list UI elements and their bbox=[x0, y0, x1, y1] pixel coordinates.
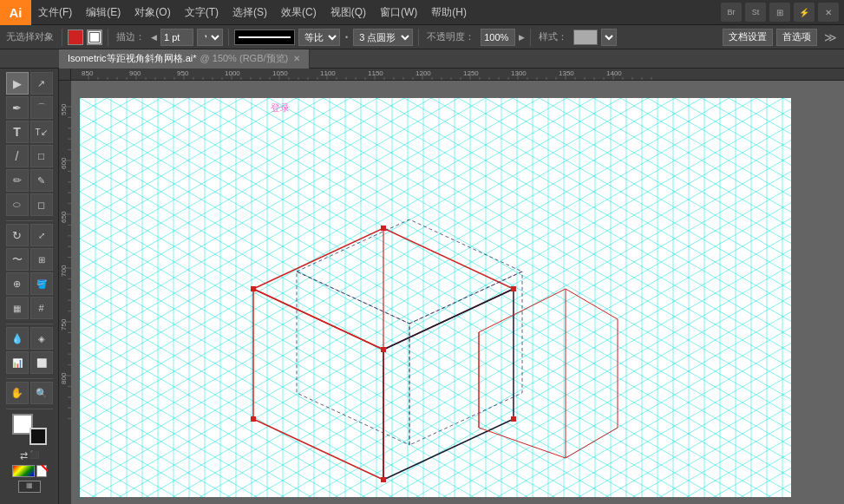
tool-column-graph[interactable]: 📊 bbox=[6, 351, 29, 374]
opacity-label: 不透明度： bbox=[424, 30, 477, 43]
stroke-swatch-box[interactable] bbox=[29, 428, 47, 445]
fill-color-swatch[interactable] bbox=[68, 29, 83, 45]
style-select[interactable]: ▼ bbox=[601, 29, 617, 46]
ruler-corner bbox=[59, 69, 71, 81]
workspace-btn[interactable]: ≫ bbox=[821, 30, 841, 44]
doc-tab-zoom: @ 150% (RGB/预览) bbox=[200, 52, 289, 65]
tool-shape-builder[interactable]: ⊕ bbox=[6, 272, 29, 295]
tool-gradient[interactable]: ▦ bbox=[6, 297, 29, 319]
tool-rotate[interactable]: ↻ bbox=[6, 224, 29, 246]
tool-pen[interactable]: ✒ bbox=[6, 96, 29, 119]
points-select[interactable]: 3 点圆形 bbox=[353, 29, 413, 46]
stroke-label: 描边： bbox=[114, 30, 147, 43]
style-label: 样式： bbox=[536, 30, 570, 43]
color-btn[interactable] bbox=[12, 465, 35, 477]
tool-blend[interactable]: ◈ bbox=[30, 327, 53, 350]
ruler-horizontal bbox=[71, 69, 844, 81]
stroke-pattern bbox=[234, 29, 295, 45]
toolbar: 无选择对象 描边： ◀ ▼ 等比 • 3 点圆形 不透明度： ▶ 样式： ▼ 文… bbox=[0, 25, 844, 49]
tool-blob[interactable]: ⬭ bbox=[6, 193, 29, 216]
stroke-select[interactable]: ▼ bbox=[197, 29, 223, 46]
tool-free-transform[interactable]: ⊞ bbox=[30, 248, 53, 271]
tool-line[interactable]: / bbox=[6, 145, 29, 167]
menu-view[interactable]: 视图(Q) bbox=[324, 0, 373, 24]
tool-eyedropper[interactable]: 💧 bbox=[6, 327, 29, 350]
ai-logo: Ai bbox=[0, 0, 31, 25]
grid-btn[interactable]: ⊞ bbox=[769, 3, 790, 22]
tool-scale[interactable]: ⤢ bbox=[30, 224, 53, 246]
stroke-color-box[interactable] bbox=[87, 29, 102, 45]
sync-btn[interactable]: ⚡ bbox=[794, 3, 815, 22]
tool-zoom[interactable]: 🔍 bbox=[30, 382, 53, 404]
ruler-vertical bbox=[59, 81, 71, 504]
menu-type[interactable]: 文字(T) bbox=[178, 0, 226, 24]
stroke-arrow: ◀ bbox=[151, 33, 157, 42]
opacity-input[interactable] bbox=[481, 29, 515, 46]
tool-pencil[interactable]: ✎ bbox=[30, 169, 53, 192]
tool-artboard[interactable]: ⬜ bbox=[30, 351, 53, 374]
menu-right: Br St ⊞ ⚡ ✕ bbox=[721, 3, 844, 22]
no-selection-label: 无选择对象 bbox=[3, 30, 56, 43]
menu-bar: Ai 文件(F) 编辑(E) 对象(O) 文字(T) 选择(S) 效果(C) 视… bbox=[0, 0, 844, 25]
main-area: ▶ ↗ ✒ ⌒ T T↙ / □ ✏ ✎ ⬭ ◻ ↻ ⤢ 〜 ⊞ bbox=[0, 69, 844, 504]
menu-object[interactable]: 对象(O) bbox=[128, 0, 177, 24]
tool-rect[interactable]: □ bbox=[30, 145, 53, 167]
default-colors[interactable]: ⬛ bbox=[29, 450, 39, 461]
doc-tabs: Isometric等距视角斜角网格.ai* @ 150% (RGB/预览) ✕ bbox=[0, 49, 844, 69]
toolbar-no-selection: 无选择对象 bbox=[3, 30, 56, 43]
none-btn[interactable] bbox=[36, 465, 47, 477]
opacity-arrow: ▶ bbox=[519, 33, 525, 42]
tool-eraser[interactable]: ◻ bbox=[30, 193, 53, 216]
tool-paintbrush[interactable]: ✏ bbox=[6, 169, 29, 192]
toolbox: ▶ ↗ ✒ ⌒ T T↙ / □ ✏ ✎ ⬭ ◻ ↻ ⤢ 〜 ⊞ bbox=[0, 69, 59, 504]
doc-tab[interactable]: Isometric等距视角斜角网格.ai* @ 150% (RGB/预览) ✕ bbox=[59, 49, 310, 69]
menu-select[interactable]: 选择(S) bbox=[226, 0, 274, 24]
iso-grid-canvas bbox=[71, 81, 844, 504]
tool-mesh[interactable]: # bbox=[30, 297, 53, 319]
preferences-btn[interactable]: 首选项 bbox=[776, 29, 817, 46]
stroke-input[interactable] bbox=[160, 29, 193, 46]
stock-btn[interactable]: St bbox=[745, 3, 766, 22]
canvas-area[interactable] bbox=[71, 81, 844, 504]
menu-edit[interactable]: 编辑(E) bbox=[79, 0, 128, 24]
color-mode-btn[interactable]: ▦ bbox=[18, 481, 41, 493]
menu-effect[interactable]: 效果(C) bbox=[274, 0, 324, 24]
tool-select[interactable]: ▶ bbox=[6, 72, 29, 95]
multi-dots: • bbox=[343, 33, 350, 42]
bridge-btn[interactable]: Br bbox=[721, 3, 742, 22]
style-swatch[interactable] bbox=[573, 29, 598, 45]
tool-type[interactable]: T bbox=[6, 121, 29, 143]
doc-settings-btn[interactable]: 文档设置 bbox=[723, 29, 773, 46]
menu-window[interactable]: 窗口(W) bbox=[373, 0, 424, 24]
tool-hand[interactable]: ✋ bbox=[6, 382, 29, 404]
tool-touch-type[interactable]: T↙ bbox=[30, 121, 53, 143]
ratio-select[interactable]: 等比 bbox=[298, 29, 340, 46]
close-btn[interactable]: ✕ bbox=[818, 3, 839, 22]
doc-tab-close[interactable]: ✕ bbox=[293, 54, 300, 63]
canvas-container[interactable] bbox=[59, 69, 844, 504]
tool-curvature[interactable]: ⌒ bbox=[30, 96, 53, 119]
doc-tab-name: Isometric等距视角斜角网格.ai* bbox=[68, 52, 197, 65]
menu-items: 文件(F) 编辑(E) 对象(O) 文字(T) 选择(S) 效果(C) 视图(Q… bbox=[31, 0, 474, 24]
tool-direct-select[interactable]: ↗ bbox=[30, 72, 53, 95]
tool-live-paint[interactable]: 🪣 bbox=[30, 272, 53, 295]
tool-warp[interactable]: 〜 bbox=[6, 248, 29, 271]
swap-colors[interactable]: ⇄ bbox=[20, 450, 28, 461]
menu-file[interactable]: 文件(F) bbox=[31, 0, 79, 24]
menu-help[interactable]: 帮助(H) bbox=[424, 0, 474, 24]
